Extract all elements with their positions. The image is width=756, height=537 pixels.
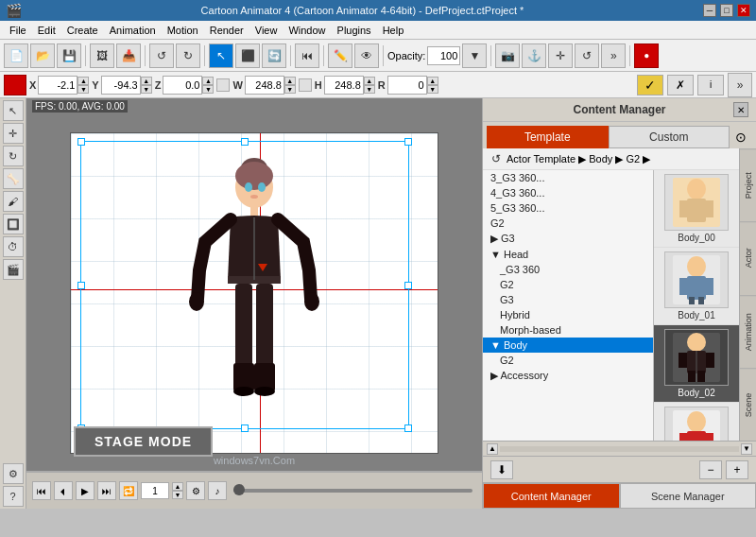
- w-input[interactable]: [245, 76, 284, 95]
- side-label-animation[interactable]: Animation: [740, 295, 756, 368]
- opacity-dropdown[interactable]: ▼: [462, 43, 487, 68]
- minimize-button[interactable]: ─: [703, 4, 716, 17]
- checkmark-button[interactable]: ✓: [637, 75, 663, 95]
- tree-item-12[interactable]: G2: [483, 353, 653, 368]
- y-up[interactable]: ▲: [141, 77, 152, 85]
- w-up[interactable]: ▲: [284, 77, 296, 85]
- rotate-tool[interactable]: 🔄: [262, 43, 286, 68]
- menu-window[interactable]: Window: [283, 23, 331, 38]
- eye-tool[interactable]: 👁: [354, 43, 379, 68]
- redo-button[interactable]: ↻: [176, 43, 200, 68]
- play-button[interactable]: ▶: [76, 481, 94, 500]
- info-button[interactable]: i: [697, 75, 724, 95]
- undo-button[interactable]: ↺: [149, 43, 174, 68]
- tree-item-8[interactable]: G3: [483, 292, 653, 307]
- tool-paint[interactable]: 🖌: [3, 191, 24, 212]
- tree-item-1[interactable]: 4_G3 360...: [483, 185, 653, 200]
- menu-edit[interactable]: Edit: [32, 23, 61, 38]
- play-end-button[interactable]: ⏭: [97, 481, 116, 500]
- anchor-button[interactable]: ⚓: [522, 43, 546, 68]
- play-back-button[interactable]: ⏮: [295, 43, 319, 68]
- panel-down-button[interactable]: ⬇: [490, 460, 513, 479]
- tab-custom[interactable]: Custom: [609, 126, 730, 148]
- y-input[interactable]: [101, 76, 141, 95]
- z-input[interactable]: [163, 76, 202, 95]
- tool-help[interactable]: ?: [3, 486, 24, 507]
- tree-item-4[interactable]: ▶ G3: [483, 231, 653, 247]
- settings-button[interactable]: ⚙: [186, 481, 205, 500]
- thumb-body-02[interactable]: Body_02: [654, 325, 739, 403]
- scroll-down-button[interactable]: ▼: [741, 443, 752, 455]
- thumb-body-01[interactable]: Body_01: [654, 248, 739, 325]
- tree-item-11[interactable]: ▼ Body: [483, 338, 653, 353]
- tab-scene-manager[interactable]: Scene Manager: [620, 483, 757, 509]
- menu-create[interactable]: Create: [61, 23, 104, 38]
- camera-button[interactable]: 📷: [495, 43, 520, 68]
- tree-item-5[interactable]: ▼ Head: [483, 247, 653, 262]
- opacity-input[interactable]: [427, 46, 460, 65]
- select-tool[interactable]: ↖: [209, 43, 233, 68]
- import-button[interactable]: 📥: [116, 43, 141, 68]
- play-prev-button[interactable]: ⏴: [54, 481, 73, 500]
- record-button[interactable]: ●: [634, 43, 659, 68]
- r-up[interactable]: ▲: [427, 77, 438, 85]
- tool-rotate[interactable]: ↻: [3, 146, 24, 166]
- content-manager-close[interactable]: ✕: [733, 102, 748, 117]
- canvas-viewport[interactable]: [26, 115, 482, 471]
- frame-input[interactable]: [141, 482, 169, 499]
- r-down[interactable]: ▼: [427, 85, 438, 94]
- side-label-actor[interactable]: Actor: [740, 221, 756, 294]
- tree-item-9[interactable]: Hybrid: [483, 307, 653, 322]
- tab-template[interactable]: Template: [487, 126, 609, 148]
- frame-down[interactable]: ▼: [172, 491, 183, 499]
- open-button[interactable]: 📂: [30, 43, 55, 68]
- menu-view[interactable]: View: [249, 23, 284, 38]
- z-down[interactable]: ▼: [202, 85, 214, 94]
- close-button[interactable]: ✕: [737, 4, 750, 17]
- transform-tool[interactable]: ⬛: [235, 43, 260, 68]
- more2-button[interactable]: »: [728, 73, 752, 97]
- h-input[interactable]: [324, 76, 364, 95]
- timeline-thumb[interactable]: [233, 484, 245, 495]
- refresh-button[interactable]: ↺: [489, 151, 504, 166]
- tool-scene[interactable]: 🎬: [3, 259, 24, 280]
- draw-tool[interactable]: ✏️: [328, 43, 352, 68]
- thumb-body-03[interactable]: [654, 403, 739, 441]
- audio-button[interactable]: ♪: [208, 481, 227, 500]
- tool-move[interactable]: ✛: [3, 123, 24, 144]
- collapse-button[interactable]: ⊙: [730, 126, 752, 148]
- menu-render[interactable]: Render: [204, 23, 249, 38]
- export-button[interactable]: 🖼: [90, 43, 114, 68]
- x-input[interactable]: [38, 76, 77, 95]
- canvas-inner[interactable]: [70, 132, 438, 454]
- h-down[interactable]: ▼: [364, 85, 375, 94]
- tree-item-6[interactable]: _G3 360: [483, 262, 653, 277]
- panel-delete-button[interactable]: −: [699, 460, 722, 479]
- thumb-body-00[interactable]: Body_00: [654, 170, 739, 248]
- maximize-button[interactable]: □: [720, 4, 733, 17]
- tree-item-7[interactable]: G2: [483, 277, 653, 292]
- tree-item-10[interactable]: Morph-based: [483, 322, 653, 338]
- tree-item-3[interactable]: G2: [483, 216, 653, 231]
- timeline-slider[interactable]: [233, 489, 472, 493]
- more-button[interactable]: »: [601, 43, 626, 68]
- tool-timeline[interactable]: ⏱: [3, 236, 24, 257]
- panel-add-button[interactable]: +: [726, 460, 748, 479]
- x-button[interactable]: ✗: [667, 75, 694, 95]
- reset-button[interactable]: ↺: [575, 43, 599, 68]
- tree-item-13[interactable]: ▶ Accessory: [483, 368, 653, 384]
- move-tool[interactable]: ✛: [548, 43, 573, 68]
- side-label-scene[interactable]: Scene: [740, 368, 756, 441]
- play-begin-button[interactable]: ⏮: [32, 481, 51, 500]
- new-button[interactable]: 📄: [4, 43, 28, 68]
- menu-file[interactable]: File: [4, 23, 32, 38]
- menu-plugins[interactable]: Plugins: [332, 23, 377, 38]
- play-loop-button[interactable]: 🔁: [119, 481, 138, 500]
- tool-select[interactable]: ↖: [3, 100, 24, 121]
- character-figure[interactable]: [179, 147, 330, 441]
- x-down[interactable]: ▼: [77, 85, 89, 94]
- w-down[interactable]: ▼: [284, 85, 296, 94]
- tab-content-manager[interactable]: Content Manager: [483, 483, 620, 509]
- scroll-up-button[interactable]: ▲: [487, 443, 498, 455]
- tree-item-0[interactable]: 3_G3 360...: [483, 170, 653, 185]
